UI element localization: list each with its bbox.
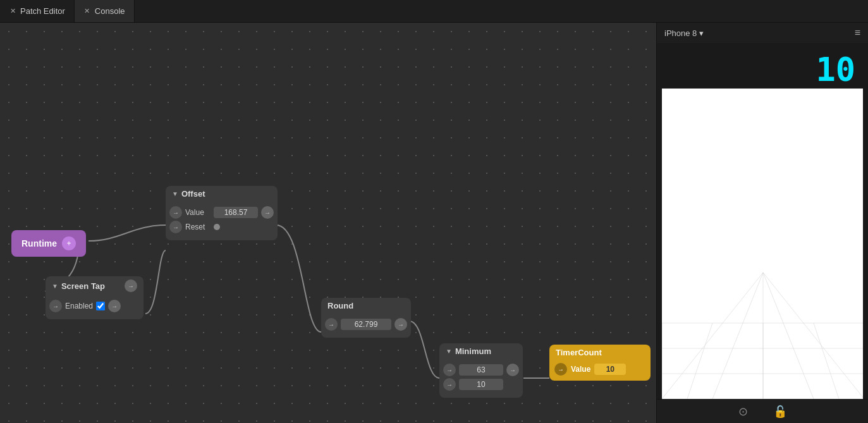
preview-bottom-bar: ⊙ 🔓 [657, 399, 868, 423]
offset-title: Offset [181, 189, 205, 199]
round-title: Round [327, 301, 353, 310]
offset-value-port-in[interactable]: → [169, 206, 182, 219]
main-area: Runtime + ▼ Offset → Value → → Reset [0, 23, 868, 423]
offset-header: ▼ Offset [166, 186, 278, 202]
screen-tap-node: ▼ Screen Tap → → Enabled → [46, 276, 144, 319]
screen-tap-port-out[interactable]: → [125, 279, 137, 292]
console-tab-label: Console [95, 6, 125, 16]
phone-screen [662, 89, 863, 399]
timercount-value-label: Value [571, 365, 590, 374]
svg-line-12 [814, 323, 839, 399]
patch-canvas[interactable]: Runtime + ▼ Offset → Value → → Reset [0, 23, 656, 423]
minimum-title: Minimum [455, 346, 491, 356]
screen-tap-header: ▼ Screen Tap → [46, 276, 144, 295]
device-selector[interactable]: iPhone 8 ▾ [664, 28, 704, 38]
svg-line-3 [763, 273, 814, 399]
grid-overlay [662, 273, 863, 399]
preview-top-bar: iPhone 8 ▾ ≡ [657, 23, 868, 43]
tab-console[interactable]: ✕ Console [75, 0, 135, 22]
screen-tap-enabled-out[interactable]: → [108, 300, 121, 312]
svg-line-4 [763, 273, 863, 399]
top-bar: ✕ Patch Editor ✕ Console [0, 0, 868, 23]
runtime-port-out[interactable]: + [62, 236, 76, 250]
offset-reset-port-in[interactable]: → [169, 221, 182, 233]
minimum-header: ▼ Minimum [439, 343, 523, 359]
offset-reset-row: → Reset [169, 221, 274, 233]
offset-value-row: → Value → [169, 206, 274, 219]
screen-tap-enabled-checkbox[interactable] [96, 302, 105, 310]
close-patch-editor[interactable]: ✕ [9, 8, 16, 15]
minimum-value-1[interactable] [459, 364, 503, 376]
close-console[interactable]: ✕ [83, 8, 91, 15]
runtime-label: Runtime [21, 238, 57, 248]
runtime-node[interactable]: Runtime + [11, 230, 86, 257]
offset-value-input[interactable] [214, 207, 258, 218]
chevron-down-icon: ▾ [699, 28, 704, 38]
timercount-value-input[interactable] [594, 364, 626, 375]
unlock-icon[interactable]: 🔓 [773, 405, 787, 419]
patch-editor-tab-label: Patch Editor [20, 6, 65, 16]
camera-icon[interactable]: ⊙ [738, 405, 748, 419]
svg-line-1 [712, 273, 763, 399]
screen-tap-body: → Enabled → [46, 295, 144, 319]
minimum-node: ▼ Minimum → → → [439, 343, 523, 398]
offset-node: ▼ Offset → Value → → Reset [166, 186, 278, 240]
minimum-row-1: → → [443, 364, 519, 376]
timercount-body: → Value [549, 360, 651, 381]
round-node: Round → → [321, 298, 411, 338]
minimum-port-in-1[interactable]: → [443, 364, 456, 376]
offset-value-port-out[interactable]: → [261, 206, 274, 219]
menu-icon[interactable]: ≡ [855, 27, 860, 39]
timercount-node: TimerCount → Value [549, 345, 651, 381]
minimum-value-2[interactable] [459, 379, 503, 390]
round-port-in[interactable]: → [325, 318, 338, 331]
preview-number: 10 [657, 43, 868, 89]
timercount-header: TimerCount [549, 345, 651, 360]
offset-body: → Value → → Reset [166, 202, 278, 240]
device-name: iPhone 8 [664, 28, 697, 38]
round-value-input[interactable] [341, 319, 391, 330]
timercount-port-in[interactable]: → [554, 363, 567, 376]
svg-line-0 [662, 273, 763, 399]
preview-panel: iPhone 8 ▾ ≡ 10 [656, 23, 868, 423]
round-port-out[interactable]: → [394, 318, 407, 331]
tab-patch-editor[interactable]: ✕ Patch Editor [0, 0, 75, 22]
screen-tap-enabled-port[interactable]: → [49, 300, 62, 312]
round-value-row: → → [325, 318, 407, 331]
round-body: → → [321, 314, 411, 338]
minimum-body: → → → [439, 359, 523, 398]
svg-line-10 [687, 323, 712, 399]
minimum-port-out[interactable]: → [506, 364, 519, 376]
timercount-title: TimerCount [556, 348, 602, 357]
minimum-row-2: → [443, 378, 519, 391]
round-header: Round [321, 298, 411, 314]
screen-tap-title: Screen Tap [61, 281, 105, 291]
screen-tap-enabled-row: → Enabled → [49, 300, 140, 312]
offset-reset-dot [214, 224, 220, 230]
minimum-port-in-2[interactable]: → [443, 378, 456, 391]
